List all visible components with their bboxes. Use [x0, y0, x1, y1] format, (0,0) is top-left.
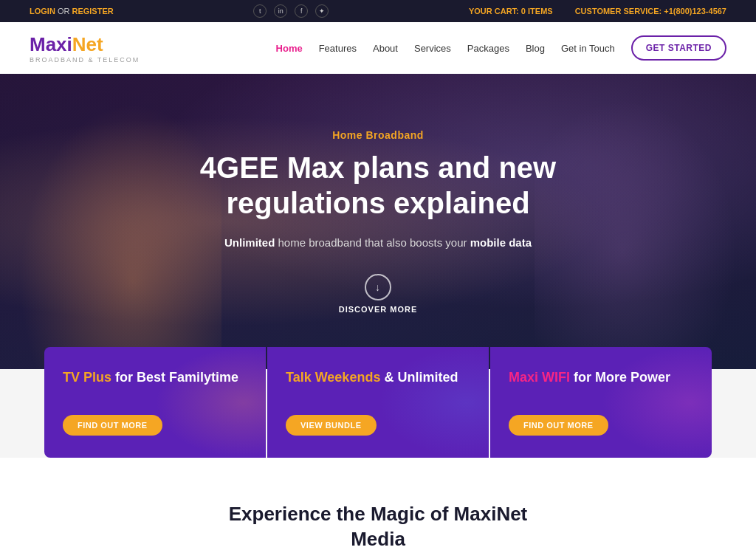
cart-info: YOUR CART: 0 ITEMS	[469, 7, 553, 16]
hero-content: Home Broadband 4GEE Max plans and new re…	[157, 129, 599, 314]
linkedin-icon[interactable]: in	[274, 4, 287, 18]
nav-links: Home Features About Services Packages Bl…	[276, 35, 726, 61]
service-phone[interactable]: +1(800)123-4567	[664, 7, 726, 16]
bottom-title-line1: Experience the Magic of MaxiNet	[229, 503, 528, 525]
card-title-3: Maxi WIFI for More Power	[509, 369, 693, 386]
cart-label: YOUR CART:	[469, 7, 519, 16]
nav-blog[interactable]: Blog	[526, 43, 545, 54]
bottom-title-line2: Media	[351, 528, 405, 550]
nav-packages[interactable]: Packages	[467, 43, 509, 54]
customer-service-info: CUSTOMER SERVICE: +1(800)123-4567	[575, 7, 726, 16]
top-bar-right: YOUR CART: 0 ITEMS CUSTOMER SERVICE: +1(…	[469, 7, 726, 16]
social-icons-group: t in f ✦	[253, 4, 329, 18]
hero-section: Home Broadband 4GEE Max plans and new re…	[0, 74, 756, 369]
login-link[interactable]: LOGIN	[30, 7, 55, 16]
card-highlight-1: TV Plus	[63, 370, 111, 385]
hero-title: 4GEE Max plans and new regulations expla…	[157, 150, 599, 221]
logo: MaxiNet BROADBAND & TELECOM	[30, 33, 140, 63]
feature-cards: TV Plus for Best Familytime FIND OUT MOR…	[44, 347, 712, 458]
navbar: MaxiNet BROADBAND & TELECOM Home Feature…	[0, 22, 756, 74]
hero-subtitle-mobile: mobile data	[470, 236, 532, 249]
logo-subtitle: BROADBAND & TELECOM	[30, 56, 140, 63]
nav-features[interactable]: Features	[319, 43, 357, 54]
bottom-section: Experience the Magic of MaxiNet Media	[0, 458, 756, 550]
card-bg-3	[601, 347, 712, 458]
hero-eyebrow: Home Broadband	[332, 129, 424, 141]
register-link[interactable]: REGISTER	[72, 7, 113, 16]
card-title-1: TV Plus for Best Familytime	[63, 369, 247, 386]
nav-services[interactable]: Services	[414, 43, 451, 54]
logo-net: Net	[72, 33, 103, 55]
nav-get-in-touch[interactable]: Get in Touch	[561, 43, 615, 54]
card-highlight-3: Maxi WIFI	[509, 370, 570, 385]
get-started-button[interactable]: GET STARTED	[631, 35, 726, 61]
card-title-2: Talk Weekends & Unlimited	[286, 369, 470, 386]
nav-home[interactable]: Home	[276, 43, 303, 54]
top-bar-auth: LOGIN OR REGISTER	[30, 7, 114, 16]
instagram-icon[interactable]: ✦	[315, 4, 329, 18]
discover-icon: ↓	[365, 274, 391, 300]
card-btn-2[interactable]: VIEW BUNDLE	[286, 415, 377, 436]
card-btn-3[interactable]: FIND OUT MORE	[509, 415, 608, 436]
or-separator: OR	[58, 7, 72, 16]
nav-about[interactable]: About	[373, 43, 398, 54]
card-highlight-2: Talk Weekends	[286, 370, 380, 385]
hero-subtitle: Unlimited home broadband that also boost…	[224, 234, 532, 252]
feature-card-2: Talk Weekends & Unlimited VIEW BUNDLE	[267, 347, 489, 458]
service-label: CUSTOMER SERVICE:	[575, 7, 662, 16]
twitter-icon[interactable]: t	[253, 4, 267, 18]
facebook-icon[interactable]: f	[295, 4, 308, 18]
cart-count[interactable]: 0 ITEMS	[521, 7, 553, 16]
feature-card-1: TV Plus for Best Familytime FIND OUT MOR…	[44, 347, 266, 458]
bottom-title: Experience the Magic of MaxiNet Media	[30, 502, 726, 550]
hero-subtitle-text: home broadband that also boosts your	[275, 236, 470, 249]
hero-subtitle-strong: Unlimited	[224, 236, 275, 249]
discover-label: DISCOVER MORE	[339, 305, 418, 314]
card-bg-2	[378, 347, 489, 458]
discover-more[interactable]: ↓ DISCOVER MORE	[339, 274, 418, 314]
card-bg-1	[155, 347, 266, 458]
top-bar: LOGIN OR REGISTER t in f ✦ YOUR CART: 0 …	[0, 0, 756, 22]
card-btn-1[interactable]: FIND OUT MORE	[63, 415, 162, 436]
logo-text: MaxiNet	[30, 33, 140, 56]
feature-card-3: Maxi WIFI for More Power FIND OUT MORE	[490, 347, 712, 458]
logo-maxi: Maxi	[30, 33, 72, 55]
